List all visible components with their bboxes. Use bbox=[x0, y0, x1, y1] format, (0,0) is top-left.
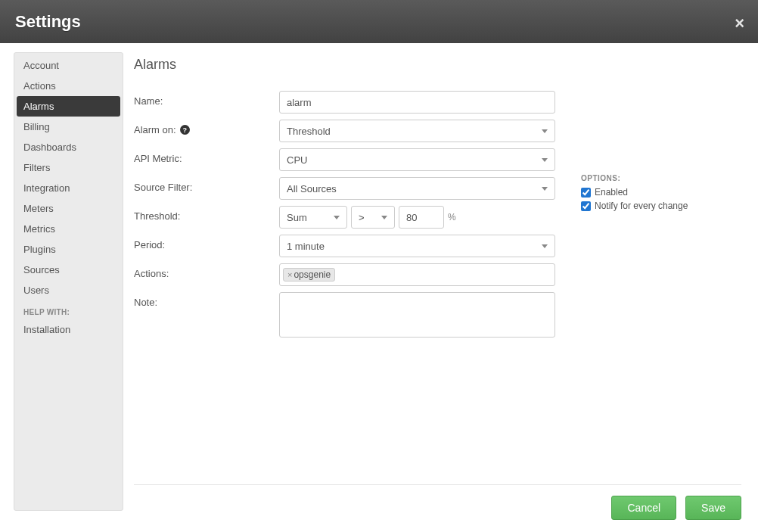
modal-title: Settings bbox=[15, 12, 81, 32]
sidebar-item-billing[interactable]: Billing bbox=[14, 117, 123, 137]
actions-input[interactable]: × opsgenie bbox=[279, 263, 555, 286]
label-period: Period: bbox=[134, 235, 279, 250]
save-button[interactable]: Save bbox=[685, 496, 741, 520]
help-icon[interactable]: ? bbox=[180, 125, 190, 135]
label-api-metric: API Metric: bbox=[134, 148, 279, 164]
sidebar-item-account[interactable]: Account bbox=[14, 55, 123, 76]
period-select[interactable]: 1 minute bbox=[279, 235, 555, 257]
label-name: Name: bbox=[134, 91, 279, 107]
tag-remove-icon[interactable]: × bbox=[287, 270, 292, 279]
label-actions: Actions: bbox=[134, 263, 279, 279]
sidebar-item-actions[interactable]: Actions bbox=[14, 76, 123, 96]
sidebar-item-meters[interactable]: Meters bbox=[14, 198, 123, 219]
sidebar-help-heading: HELP WITH: bbox=[14, 300, 123, 319]
options-panel: OPTIONS: Enabled Notify for every change bbox=[581, 174, 725, 214]
note-textarea[interactable] bbox=[279, 292, 555, 338]
cancel-button[interactable]: Cancel bbox=[611, 496, 676, 520]
name-input[interactable] bbox=[279, 91, 555, 114]
caret-down-icon bbox=[381, 216, 387, 219]
sidebar-item-installation[interactable]: Installation bbox=[14, 319, 123, 340]
source-filter-select[interactable]: All Sources bbox=[279, 177, 555, 200]
enabled-checkbox[interactable] bbox=[581, 188, 591, 198]
label-alarm-on: Alarm on: ? bbox=[134, 120, 279, 135]
modal-footer: Cancel Save bbox=[134, 484, 741, 520]
sidebar-item-users[interactable]: Users bbox=[14, 280, 123, 300]
sidebar-item-integration[interactable]: Integration bbox=[14, 178, 123, 198]
page-title: Alarms bbox=[134, 57, 741, 73]
threshold-op-select[interactable]: > bbox=[351, 206, 395, 229]
threshold-value-input[interactable] bbox=[399, 206, 444, 229]
caret-down-icon bbox=[334, 216, 340, 219]
caret-down-icon bbox=[542, 187, 548, 191]
action-tag: × opsgenie bbox=[283, 268, 335, 282]
sidebar-item-alarms[interactable]: Alarms bbox=[17, 96, 120, 117]
caret-down-icon bbox=[542, 129, 548, 133]
sidebar-item-plugins[interactable]: Plugins bbox=[14, 239, 123, 260]
caret-down-icon bbox=[542, 244, 548, 248]
sidebar-item-dashboards[interactable]: Dashboards bbox=[14, 137, 123, 157]
label-threshold: Threshold: bbox=[134, 206, 279, 222]
options-heading: OPTIONS: bbox=[581, 174, 725, 182]
close-icon[interactable]: × bbox=[735, 14, 744, 33]
alarm-on-select[interactable]: Threshold bbox=[279, 120, 555, 142]
api-metric-select[interactable]: CPU bbox=[279, 148, 555, 171]
sidebar-item-metrics[interactable]: Metrics bbox=[14, 219, 123, 239]
option-notify-every-change[interactable]: Notify for every change bbox=[581, 201, 725, 211]
label-source-filter: Source Filter: bbox=[134, 177, 279, 193]
modal-header: Settings × bbox=[0, 0, 758, 43]
sidebar-item-sources[interactable]: Sources bbox=[14, 260, 123, 280]
notify-checkbox[interactable] bbox=[581, 201, 591, 211]
sidebar-item-filters[interactable]: Filters bbox=[14, 157, 123, 178]
caret-down-icon bbox=[542, 158, 548, 162]
label-note: Note: bbox=[134, 292, 279, 308]
threshold-agg-select[interactable]: Sum bbox=[279, 206, 347, 229]
sidebar: Account Actions Alarms Billing Dashboard… bbox=[14, 52, 123, 511]
option-enabled[interactable]: Enabled bbox=[581, 187, 725, 198]
threshold-unit: % bbox=[448, 212, 456, 222]
